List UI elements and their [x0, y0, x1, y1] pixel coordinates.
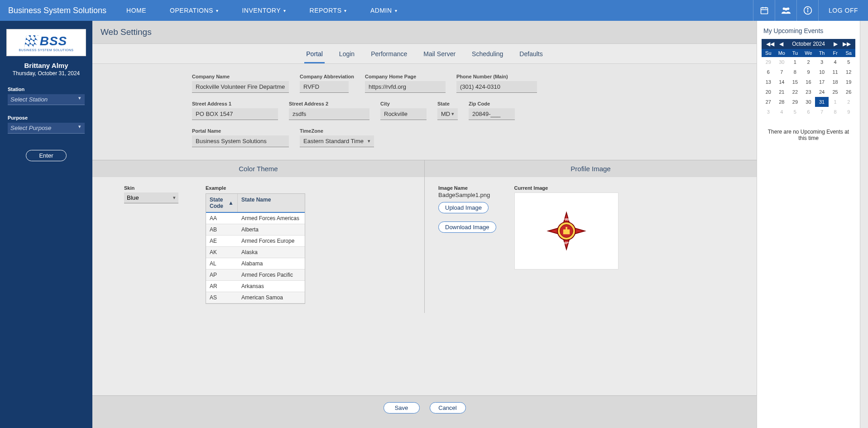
cal-day[interactable]: 6: [762, 67, 775, 77]
cal-day[interactable]: 9: [842, 107, 855, 117]
cal-day[interactable]: 13: [762, 77, 775, 87]
nav-operations-label: OPERATIONS: [170, 7, 213, 14]
skin-select[interactable]: Blue: [124, 192, 178, 203]
cal-day[interactable]: 7: [815, 107, 829, 117]
abbrev-input[interactable]: [300, 81, 349, 93]
state-select[interactable]: MD: [437, 108, 458, 120]
cal-prev-month-icon[interactable]: ◀: [777, 41, 785, 47]
nav-operations[interactable]: OPERATIONS▾: [158, 0, 230, 21]
cal-day[interactable]: 15: [788, 77, 802, 87]
nav-reports[interactable]: REPORTS▾: [298, 0, 359, 21]
cal-day[interactable]: 19: [842, 77, 855, 87]
tab-portal[interactable]: Portal: [304, 48, 325, 63]
cal-day[interactable]: 6: [802, 107, 815, 117]
cal-day[interactable]: 3: [815, 57, 829, 67]
cal-day[interactable]: 20: [762, 87, 775, 97]
calendar-icon[interactable]: [753, 0, 775, 21]
cal-day[interactable]: 29: [788, 97, 802, 107]
tab-performance[interactable]: Performance: [369, 48, 409, 63]
phone-label: Phone Number (Main): [456, 74, 537, 79]
cal-day[interactable]: 4: [775, 107, 789, 117]
enter-button[interactable]: Enter: [26, 150, 66, 161]
cal-day[interactable]: 21: [775, 87, 789, 97]
cal-next-month-icon[interactable]: ▶: [832, 41, 839, 47]
tab-scheduling[interactable]: Scheduling: [470, 48, 505, 63]
cal-day[interactable]: 23: [802, 87, 815, 97]
zip-input[interactable]: [469, 108, 515, 120]
cal-day[interactable]: 5: [788, 107, 802, 117]
cal-day[interactable]: 2: [802, 57, 815, 67]
cal-day[interactable]: 30: [775, 57, 789, 67]
cal-day[interactable]: 29: [762, 57, 775, 67]
cal-day[interactable]: 26: [842, 87, 855, 97]
table-row[interactable]: ARArkansas: [206, 281, 305, 292]
cancel-button[interactable]: Cancel: [430, 402, 466, 414]
tz-select[interactable]: Eastern Standard Time: [300, 135, 374, 147]
cal-day[interactable]: 1: [829, 97, 842, 107]
cal-day[interactable]: 1: [788, 57, 802, 67]
purpose-select[interactable]: Select Purpose: [8, 123, 85, 134]
cell-code: AK: [206, 247, 238, 258]
cal-day[interactable]: 27: [762, 97, 775, 107]
company-name-input[interactable]: [192, 81, 289, 93]
cal-day[interactable]: 14: [775, 77, 789, 87]
cal-prev-year-icon[interactable]: ◀◀: [764, 41, 776, 47]
table-row[interactable]: ASAmerican Samoa: [206, 292, 305, 303]
cal-day[interactable]: 25: [829, 87, 842, 97]
cal-day[interactable]: 16: [802, 77, 815, 87]
cal-day[interactable]: 9: [802, 67, 815, 77]
cal-day[interactable]: 24: [815, 87, 829, 97]
scrollbar[interactable]: [860, 21, 868, 428]
current-image: FIRE DEPT.: [514, 192, 619, 269]
table-row[interactable]: APArmed Forces Pacific: [206, 269, 305, 281]
cal-day[interactable]: 11: [829, 67, 842, 77]
cal-day[interactable]: 7: [775, 67, 789, 77]
cal-day[interactable]: 17: [815, 77, 829, 87]
cal-day[interactable]: 28: [775, 97, 789, 107]
upload-image-button[interactable]: Upload Image: [438, 202, 489, 213]
cal-day[interactable]: 22: [788, 87, 802, 97]
nav-inventory[interactable]: INVENTORY▾: [230, 0, 297, 21]
cal-next-year-icon[interactable]: ▶▶: [841, 41, 853, 47]
phone-input[interactable]: [456, 81, 537, 93]
info-icon[interactable]: [796, 0, 818, 21]
download-image-button[interactable]: Download Image: [438, 221, 496, 233]
logoff-button[interactable]: LOG OFF: [818, 0, 868, 21]
profile-image-section: Profile Image Image Name BadgeSample1.pn…: [424, 160, 757, 313]
cal-day[interactable]: 31: [815, 97, 829, 107]
cal-day[interactable]: 30: [802, 97, 815, 107]
cal-dow-cell: Tu: [788, 49, 802, 57]
portal-name-input[interactable]: [192, 135, 289, 147]
addr1-input[interactable]: [192, 108, 278, 120]
table-row[interactable]: AAArmed Forces Americas: [206, 213, 305, 224]
table-row[interactable]: ABAlberta: [206, 224, 305, 236]
cal-day[interactable]: 5: [842, 57, 855, 67]
city-input[interactable]: [380, 108, 427, 120]
nav-home[interactable]: HOME: [115, 0, 158, 21]
cal-day[interactable]: 8: [829, 107, 842, 117]
tab-login[interactable]: Login: [337, 48, 356, 63]
tab-mail[interactable]: Mail Server: [422, 48, 457, 63]
nav-admin[interactable]: ADMIN▾: [359, 0, 409, 21]
cal-day[interactable]: 10: [815, 67, 829, 77]
cal-day[interactable]: 18: [829, 77, 842, 87]
users-icon[interactable]: [775, 0, 796, 21]
homepage-input[interactable]: [365, 81, 446, 93]
cal-day[interactable]: 12: [842, 67, 855, 77]
station-select[interactable]: Select Station: [8, 94, 85, 105]
tab-defaults[interactable]: Defaults: [518, 48, 544, 63]
example-grid: State Code ▲ State Name AAArmed Forces A…: [206, 193, 305, 304]
cal-day[interactable]: 8: [788, 67, 802, 77]
cal-day[interactable]: 2: [842, 97, 855, 107]
table-row[interactable]: AEArmed Forces Europe: [206, 236, 305, 247]
addr2-input[interactable]: [289, 108, 369, 120]
zip-label: Zip Code: [469, 101, 515, 106]
table-row[interactable]: AKAlaska: [206, 247, 305, 258]
table-row[interactable]: ALAlabama: [206, 258, 305, 269]
cal-day[interactable]: 3: [762, 107, 775, 117]
cell-code: AL: [206, 258, 238, 269]
grid-col-code[interactable]: State Code ▲: [206, 194, 238, 212]
grid-col-name[interactable]: State Name: [238, 194, 305, 212]
save-button[interactable]: Save: [384, 402, 420, 414]
cal-day[interactable]: 4: [829, 57, 842, 67]
